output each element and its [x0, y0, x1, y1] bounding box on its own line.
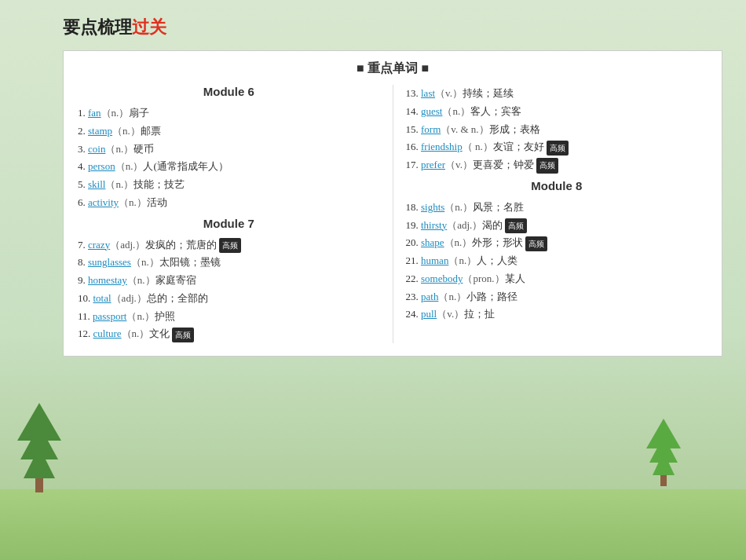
list-item: 21. human（n.）人；人类 — [406, 252, 708, 270]
tree-right-decoration — [644, 419, 683, 497]
list-item: 14. guest（n.）客人；宾客 — [406, 103, 708, 121]
module7-title: Module 7 — [78, 217, 380, 230]
list-item: 7. crazy（adj.）发疯的；荒唐的高频 — [78, 236, 380, 254]
title-prefix: 要点梳理 — [63, 17, 132, 37]
list-item: 4. person（n.）人(通常指成年人） — [78, 158, 380, 176]
page-title: 要点梳理过关 — [63, 16, 722, 39]
module8-words: 18. sights（n.）风景；名胜 19. thirsty（adj.）渴的高… — [406, 199, 708, 324]
list-item: 11. passport（n.）护照 — [78, 308, 380, 326]
list-item: 23. path（n.）小路；路径 — [406, 288, 708, 306]
list-item: 13. last（v.）持续；延续 — [406, 85, 708, 103]
list-item: 15. form（v. & n.）形成；表格 — [406, 121, 708, 139]
list-item: 19. thirsty（adj.）渴的高频 — [406, 217, 708, 235]
ground-decoration — [0, 489, 746, 560]
vocabulary-card: ■ 重点单词 ■ Module 6 1. fan（n.）扇子 2. stamp（… — [63, 50, 722, 357]
list-item: 2. stamp（n.）邮票 — [78, 123, 380, 141]
module8-title: Module 8 — [406, 179, 708, 192]
module6-right-words: 13. last（v.）持续；延续 14. guest（n.）客人；宾客 15.… — [406, 85, 708, 174]
list-item: 16. friendship（ n.）友谊；友好高频 — [406, 138, 708, 156]
list-item: 5. skill（n.）技能；技艺 — [78, 176, 380, 194]
list-item: 12. culture（n.）文化高频 — [78, 325, 380, 343]
list-item: 3. coin（n.）硬币 — [78, 141, 380, 159]
list-item: 1. fan（n.）扇子 — [78, 104, 380, 123]
list-item: 6. activity（n.）活动 — [78, 194, 380, 212]
columns-container: Module 6 1. fan（n.）扇子 2. stamp（n.）邮票 3. … — [78, 85, 708, 343]
main-content: 要点梳理过关 ■ 重点单词 ■ Module 6 1. fan（n.）扇子 2.… — [63, 16, 722, 357]
list-item: 10. total（adj.）总的；全部的 — [78, 290, 380, 308]
list-item: 9. homestay（n.）家庭寄宿 — [78, 272, 380, 290]
list-item: 17. prefer（v.）更喜爱；钟爱高频 — [406, 156, 708, 174]
card-header: ■ 重点单词 ■ — [78, 60, 708, 77]
left-column: Module 6 1. fan（n.）扇子 2. stamp（n.）邮票 3. … — [78, 85, 393, 343]
tree-left-decoration — [16, 403, 63, 497]
list-item: 8. sunglasses（n.）太阳镜；墨镜 — [78, 254, 380, 272]
module7-words: 7. crazy（adj.）发疯的；荒唐的高频 8. sunglasses（n.… — [78, 236, 380, 344]
list-item: 22. somebody（pron.）某人 — [406, 270, 708, 288]
right-column: 13. last（v.）持续；延续 14. guest（n.）客人；宾客 15.… — [393, 85, 708, 343]
list-item: 24. pull（v.）拉；扯 — [406, 306, 708, 324]
list-item: 20. shape（n.）外形；形状高频 — [406, 234, 708, 252]
module6-words: 1. fan（n.）扇子 2. stamp（n.）邮票 3. coin（n.）硬… — [78, 104, 380, 212]
list-item: 18. sights（n.）风景；名胜 — [406, 199, 708, 217]
title-highlight: 过关 — [132, 17, 166, 37]
module6-title: Module 6 — [78, 85, 380, 98]
